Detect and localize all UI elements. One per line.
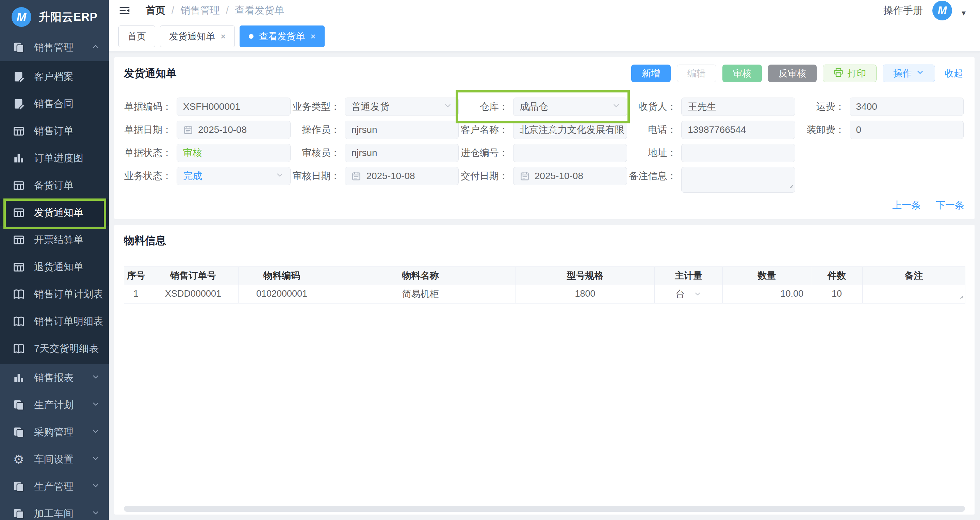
audit-button[interactable]: 审核 [722, 65, 762, 82]
docs-icon [12, 41, 25, 54]
sidebar-collapse-icon[interactable] [118, 4, 132, 17]
action-button[interactable]: 操作 [883, 65, 935, 82]
sidebar-item-label: 加工车间 [34, 507, 73, 520]
sidebar-item-production-management[interactable]: 生产管理 [0, 473, 109, 500]
sidebar-item-sales-management[interactable]: 销售管理 [0, 34, 109, 61]
doc-edit-icon [12, 98, 25, 111]
sidebar-item-stock-prep-order[interactable]: 备货订单 [0, 172, 109, 199]
edit-button[interactable]: 编辑 [677, 65, 716, 82]
col-header-seq: 序号 [124, 267, 148, 284]
chevron-down-icon [91, 427, 100, 438]
sidebar-item-customer-archive[interactable]: 客户档案 [0, 63, 109, 90]
sidebar-item-return-notice[interactable]: 退货通知单 [0, 254, 109, 281]
sidebar-item-processing-workshop[interactable]: 加工车间 [0, 500, 109, 520]
business-status-select[interactable]: 完成 [177, 167, 291, 185]
sidebar-item-label: 退货通知单 [34, 260, 83, 274]
materials-table: 序号销售订单号物料编码物料名称型号规格主计量数量件数备注 1XSDD000001… [124, 266, 966, 303]
add-button[interactable]: 新增 [631, 65, 671, 82]
sidebar-menu: 销售管理客户档案销售合同销售订单订单进度图备货订单发货通知单开票结算单退货通知单… [0, 34, 109, 520]
chevron-down-icon [91, 454, 100, 465]
form-field-auditor: 审核员：njrsun [292, 144, 460, 162]
cell-quantity: 10.00 [723, 284, 811, 303]
form-field-consignee: 收货人：王先生 [628, 98, 797, 116]
form-row-2: 单据状态：审核审核员：njrsun进仓编号：地址： [124, 144, 965, 162]
form-field-customer-name: 客户名称：北京注意力文化发展有限 [460, 120, 628, 139]
sidebar-item-purchase-management[interactable]: 采购管理 [0, 419, 109, 446]
warehouse-entry-no-input[interactable] [513, 144, 627, 162]
freight-input[interactable]: 3400 [850, 98, 964, 116]
sidebar-item-production-plan[interactable]: 生产计划 [0, 392, 109, 419]
close-icon[interactable]: × [310, 32, 315, 41]
audit-date-input[interactable]: 2025-10-08 [345, 167, 459, 185]
phone-input[interactable]: 13987766544 [681, 120, 795, 139]
remark-info-textarea[interactable] [681, 167, 795, 193]
sidebar-item-order-progress-chart[interactable]: 订单进度图 [0, 145, 109, 172]
card-head: 发货通知单 新增编辑审核反审核打印操作收起 [115, 57, 975, 90]
sidebar-item-sales-contract[interactable]: 销售合同 [0, 90, 109, 117]
breadcrumb-item-1[interactable]: 销售管理 [180, 4, 220, 17]
cell-material-code: 0102000001 [239, 284, 325, 303]
cell-main-unit[interactable]: 台 [655, 284, 723, 303]
business-type-select[interactable]: 普通发货 [345, 98, 459, 116]
tab-home[interactable]: 首页 [118, 25, 155, 47]
main-unit-select[interactable]: 台 [675, 288, 702, 300]
toolbar: 新增编辑审核反审核打印操作收起 [625, 65, 965, 82]
field-value-business-status: 完成 [183, 170, 202, 182]
warehouse-select[interactable]: 成品仓 [513, 98, 627, 116]
sidebar-item-label: 销售管理 [34, 41, 73, 54]
sidebar-item-label: 生产管理 [34, 480, 73, 493]
customer-name-input[interactable]: 北京注意力文化发展有限 [513, 120, 627, 139]
form-row-0: 单据编码：XSFH000001业务类型：普通发货仓库：成品仓收货人：王先生运费：… [124, 98, 965, 116]
horizontal-scrollbar[interactable] [124, 506, 965, 512]
delivery-date-input[interactable]: 2025-10-08 [513, 167, 627, 185]
handling-fee-input[interactable]: 0 [850, 120, 964, 139]
consignee-input[interactable]: 王先生 [681, 98, 795, 116]
tab-bar: 首页发货通知单×查看发货单× [109, 21, 980, 52]
field-label-consignee: 收货人： [628, 98, 681, 116]
table-icon [12, 125, 25, 138]
sidebar-item-label: 备货订单 [34, 179, 73, 192]
breadcrumb-item-0[interactable]: 首页 [146, 4, 165, 17]
field-label-freight: 运费： [797, 98, 850, 116]
sidebar-item-workshop-settings[interactable]: ⚙车间设置 [0, 446, 109, 473]
chevron-down-icon [91, 373, 100, 384]
field-label-phone: 电话： [628, 120, 681, 139]
cell-remark[interactable] [862, 284, 966, 303]
cell-value: 简易机柜 [402, 289, 439, 299]
prev-record-link[interactable]: 上一条 [892, 199, 921, 212]
sidebar-item-label: 客户档案 [34, 70, 73, 84]
topbar-right: 操作手册 M ▾ [883, 1, 966, 21]
avatar[interactable]: M [932, 1, 952, 21]
next-record-link[interactable]: 下一条 [936, 199, 964, 212]
doc-edit-icon [12, 70, 25, 83]
docs-icon [12, 426, 25, 439]
tab-label: 首页 [127, 30, 146, 43]
button-label: 新增 [642, 67, 660, 79]
field-value-freight: 3400 [856, 101, 877, 112]
doc-status-input[interactable]: 审核 [177, 144, 291, 162]
tab-delivery-notice[interactable]: 发货通知单× [160, 25, 235, 47]
tab-view-delivery[interactable]: 查看发货单× [240, 25, 325, 47]
sidebar-item-sales-order-plan[interactable]: 销售订单计划表 [0, 281, 109, 308]
sidebar-item-sales-report[interactable]: 销售报表 [0, 364, 109, 392]
sidebar-item-seven-day-delivery-detail[interactable]: 7天交货明细表 [0, 335, 109, 362]
doc-code-input[interactable]: XSFH000001 [177, 98, 291, 116]
sidebar-item-invoice-settlement[interactable]: 开票结算单 [0, 226, 109, 254]
cell-sales-order-no: XSDD000001 [148, 284, 239, 303]
address-input[interactable] [681, 144, 795, 162]
print-button[interactable]: 打印 [823, 65, 877, 82]
sidebar-item-label: 销售报表 [34, 371, 73, 385]
caret-down-icon[interactable]: ▾ [962, 8, 966, 17]
manual-link[interactable]: 操作手册 [883, 4, 923, 17]
auditor-input[interactable]: njrsun [345, 144, 459, 162]
col-header-main-unit: 主计量 [655, 267, 723, 284]
delivery-notice-card: 发货通知单 新增编辑审核反审核打印操作收起 单据编码：XSFH000001业务类… [115, 57, 975, 219]
collapse-button[interactable]: 收起 [943, 65, 965, 82]
doc-date-input[interactable]: 2025-10-08 [177, 120, 291, 139]
unaudit-button[interactable]: 反审核 [768, 65, 817, 82]
sidebar-item-delivery-notice[interactable]: 发货通知单 [0, 199, 109, 226]
operator-input[interactable]: njrsun [345, 120, 459, 139]
sidebar-item-sales-order-detail[interactable]: 销售订单明细表 [0, 308, 109, 335]
close-icon[interactable]: × [221, 32, 226, 41]
sidebar-item-sales-order[interactable]: 销售订单 [0, 117, 109, 145]
